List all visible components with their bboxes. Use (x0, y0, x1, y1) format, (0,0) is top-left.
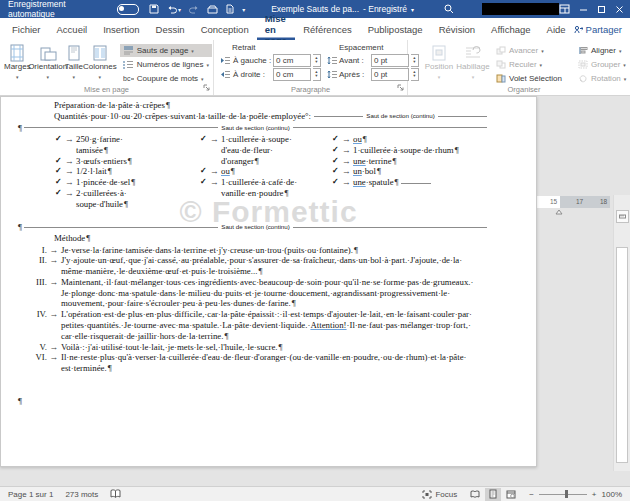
web-layout-icon[interactable] (503, 488, 519, 501)
espacement-apres-input[interactable]: 0 pt (371, 68, 409, 81)
dialog-launcher-icon[interactable] (203, 84, 210, 93)
espacement-avant-label: Avant : (339, 56, 369, 65)
undo-button[interactable]: ▾ (167, 5, 181, 14)
search-icon[interactable] (444, 4, 454, 14)
autosave-toggle[interactable] (117, 4, 139, 15)
tab-conception[interactable]: Conception (193, 18, 257, 40)
dialog-launcher-icon[interactable] (397, 84, 404, 93)
more-commands-icon[interactable]: ▾ (242, 6, 245, 13)
colonnes-button[interactable]: Colonnes (83, 42, 117, 81)
print-layout-icon[interactable] (485, 488, 501, 501)
autosave-label: Enregistrement automatique (8, 0, 113, 19)
method-heading: Méthode¶ (54, 233, 90, 244)
ribbon-tab-bar: Fichier Accueil Insertion Dessin Concept… (0, 18, 630, 40)
minimize-icon[interactable] (579, 5, 588, 14)
redo-button (189, 5, 199, 14)
chevron-down-icon[interactable]: ▾ (411, 6, 414, 13)
retrait-droite-stepper[interactable] (313, 68, 321, 81)
retrait-gauche-input[interactable]: 0 cm (273, 54, 311, 67)
checklist-item: ✓→250·​g·​farine·​tamisée¶ (55, 134, 143, 156)
zoom-slider-thumb[interactable] (565, 490, 568, 498)
group-label-paragraphe: Paragraphe (214, 85, 407, 94)
autosave-control[interactable]: Enregistrement automatique (8, 0, 139, 19)
quick-access-toolbar: ▾ ▾ (149, 4, 245, 14)
right-indent-marker[interactable] (555, 201, 563, 219)
indent-right-icon (220, 70, 231, 79)
user-account-redacted[interactable] (482, 3, 559, 15)
ribbon-options-icon[interactable] (559, 4, 570, 14)
zoom-in-button[interactable]: + (592, 490, 597, 499)
svg-text:bc: bc (123, 75, 131, 82)
page-indicator[interactable]: Page 1 sur 1 (8, 490, 53, 499)
ruler-number: 17 (576, 198, 583, 205)
method-step: II.→J'y·​ajoute·​un·​œuf,·​que·​j'ai·​ca… (17, 255, 476, 277)
document-title[interactable]: Exemple Sauts de pa... - Enregistré ▾ (271, 4, 414, 14)
taille-button[interactable]: Taille (65, 42, 83, 81)
colonnes-label: Colonnes (83, 63, 117, 71)
tab-accueil[interactable]: Accueil (49, 18, 96, 40)
close-icon[interactable] (615, 5, 624, 14)
retrait-column: Retrait À gauche : 0 cm À droite : 0 cm (220, 42, 321, 81)
zoom-level[interactable]: 100% (602, 490, 622, 499)
zoom-out-button[interactable]: − (529, 490, 534, 499)
ruler-toggle-icon[interactable] (616, 210, 629, 223)
habillage-icon (464, 44, 482, 62)
retrait-gauche-label: À gauche : (233, 56, 271, 65)
habillage-button: Habillage (456, 42, 490, 81)
checklist-item: ✓→ou¶ (332, 134, 462, 145)
tab-mise-en-page[interactable]: Mise en page (257, 18, 295, 40)
ruler-number: 18 (600, 198, 607, 205)
espacement-apres-label: Après : (339, 70, 369, 79)
share-button[interactable]: Partager (574, 18, 622, 40)
checklist-item: ✓→une·​spatule¶ (332, 177, 462, 188)
tab-publipostage[interactable]: Publipostage (360, 18, 431, 40)
numeros-de-lignes-button[interactable]: Numéros de lignes (120, 58, 212, 71)
save-status: - Enregistré (363, 4, 407, 14)
zoom-slider[interactable] (539, 494, 587, 495)
grouper-label: Grouper (591, 60, 620, 69)
document-page[interactable]: © Formettic Préparation·​de·​la·​pâte·​à… (0, 96, 537, 467)
marges-button[interactable]: Marges (4, 42, 31, 81)
vertical-scrollbar[interactable] (613, 195, 630, 471)
indent-left-icon (220, 56, 231, 65)
restore-icon[interactable] (597, 5, 606, 14)
share-icon (574, 25, 583, 34)
volet-selection-button[interactable]: Volet Sélection (493, 72, 569, 85)
tab-insertion[interactable]: Insertion (95, 18, 147, 40)
tab-affichage[interactable]: Affichage (483, 18, 538, 40)
read-mode-icon[interactable] (467, 488, 483, 501)
volet-selection-label: Volet Sélection (509, 74, 562, 83)
tab-aide[interactable]: Aide (539, 18, 574, 40)
spacing-before-icon (327, 56, 337, 65)
focus-button[interactable]: Focus (422, 490, 457, 499)
scrollbar-thumb[interactable] (616, 247, 628, 463)
section-break-row: ¶ Saut de section (continu) (17, 222, 487, 233)
aligner-button[interactable]: Aligner (575, 44, 630, 57)
touch-mode-icon[interactable] (207, 5, 218, 14)
tab-dessin[interactable]: Dessin (148, 18, 193, 40)
tab-revision[interactable]: Révision (431, 18, 483, 40)
align-icon (578, 46, 588, 55)
retrait-gauche-field: À gauche : 0 cm (220, 53, 321, 67)
spacing-after-icon (327, 70, 337, 79)
orientation-button[interactable]: Orientation (31, 42, 65, 81)
checklist-item: ✓→1·​pincée·​de·​sel¶ (55, 177, 143, 188)
empty-paragraph-mark: ¶ (17, 396, 22, 407)
numeros-de-lignes-label: Numéros de lignes (137, 60, 204, 69)
retrait-gauche-stepper[interactable] (313, 54, 321, 67)
tab-fichier[interactable]: Fichier (4, 18, 49, 40)
sauts-de-page-button[interactable]: Sauts de page (120, 44, 212, 57)
orientation-icon (39, 44, 57, 62)
checklist-item: ✓→un·​bol¶ (332, 166, 462, 177)
coupure-de-mots-button[interactable]: bc Coupure de mots (120, 72, 212, 85)
aligner-label: Aligner (591, 46, 616, 55)
espacement-avant-input[interactable]: 0 pt (371, 54, 409, 67)
checklist-item: ✓→une·​terrine¶ (332, 156, 462, 167)
word-count[interactable]: 273 mots (65, 490, 98, 499)
tab-references[interactable]: Références (295, 18, 360, 40)
retrait-droite-input[interactable]: 0 cm (273, 68, 311, 81)
save-icon[interactable] (149, 4, 159, 14)
window-controls (559, 4, 624, 14)
proofing-icon[interactable] (110, 489, 121, 499)
preview-icon[interactable] (226, 4, 234, 14)
